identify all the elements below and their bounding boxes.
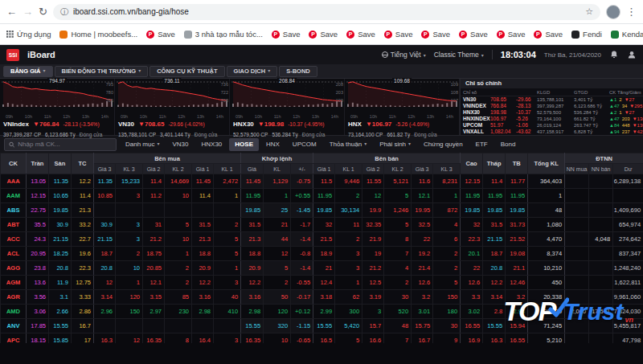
site-info-icon[interactable]: ⓘ [60,6,68,18]
index-gtgd: 3,401 Tỷ [574,96,609,103]
bookmark-6[interactable]: PSave [309,30,338,39]
nav-item-bien-dong-thi-truong[interactable]: BIẾN ĐỘNG THỊ TRƯỜNG▾ [55,66,149,77]
tab-hnx30[interactable]: HNX30 [196,138,228,151]
ticker-cell[interactable]: ANV [1,319,27,333]
ticker-cell[interactable]: AAM [1,189,27,203]
price-cell: 16.35 [143,333,165,344]
price-cell: 19.08 [506,247,528,261]
index-row-vnxall[interactable]: VNXALL1,082.04-43.62437,158,9176,828 Tỷ▲… [461,129,643,135]
chart-caption-meta: 52,579,500 CP536.284 TỷĐóng cửa [230,129,344,139]
forward-button[interactable]: → [23,6,33,17]
price-cell: 32 [313,218,335,232]
bookmark-14[interactable]: Kenda Tire | Corp... [611,30,643,39]
nav-item-cong-cu-ky-thuat[interactable]: CÔNG CỤ KỸ THUẬT [149,66,224,77]
search-input[interactable] [18,141,112,148]
price-cell: 2 [433,261,461,276]
bookmark-10[interactable]: PSave [459,30,488,39]
price-cell: 230 [165,305,192,319]
tab-chung-quyen[interactable]: Chứng quyền [418,138,469,151]
ticker-cell[interactable]: AGR [1,290,27,305]
price-cell: 5 [433,276,461,290]
chart-caption-meta: 397,399,287 CP6,123.686 TỷĐóng cửa [0,129,114,139]
price-cell [565,276,589,290]
browser-menu-icon[interactable]: ⋮ [626,6,637,18]
search-box[interactable] [4,138,117,151]
theme-selector[interactable]: Classic Theme ▾ [434,51,484,59]
tab-vn30[interactable]: VN30 [166,138,194,151]
chart-volume: 397,399,287 CP [3,132,41,137]
tab-danh-muc[interactable]: Danh mục▾ [120,138,165,151]
index-panel-col-label: KLGD [537,90,574,95]
index-row-vnindex[interactable]: VNINDEX766.84-28.13397,399,2876,123.686 … [461,103,643,109]
price-cell: 11.77 [506,174,528,189]
price-cell: +0.55 [291,189,313,203]
bookmark-12[interactable]: PSave [534,30,563,39]
bookmark-8[interactable]: PSave [384,30,413,39]
nav-item-s-bond[interactable]: S-BOND [279,66,317,77]
ticker-cell[interactable]: AGG [1,261,27,276]
tab-bond[interactable]: Bond [495,138,522,151]
bookmark-1[interactable]: Ứng dụng [6,30,51,39]
user-icon[interactable] [627,50,637,59]
price-cell: 11.5 [313,174,335,189]
tab-upcom[interactable]: UPCOM [287,138,322,151]
address-bar[interactable]: ⓘ iboard.ssi.com.vn/bang-gia/hose ☆ [53,4,600,20]
chart-volume: 73,164,100 CP [348,132,383,137]
tab-hnx[interactable]: HNX [260,138,285,151]
price-cell: 18.7 [94,247,116,261]
bookmark-7[interactable]: PSave [346,30,375,39]
nav-item-giao-dich[interactable]: GIAO DỊCH▾ [227,66,278,77]
chart-peak-label: 794.97 [47,78,67,84]
back-button[interactable]: ← [6,6,17,17]
table-subheader-cell: Giá [241,164,264,174]
table-row: ABT35.530.933.230.9331531.5231.521-1.732… [1,218,643,232]
chart-card-hnx[interactable]: 109.6810910810709h10h11h12h13h14hHNX▼106… [345,79,460,135]
chart-card-hnx30[interactable]: 208.8420820319909h10h11h12h13h14hHNX30▼1… [230,79,345,135]
bookmark-9[interactable]: PSave [421,30,450,39]
bookmark-4[interactable]: 3 nhà tạo mẫu tóc... [184,30,263,39]
index-row-upcom[interactable]: UPCOM51.97-1.0626,019,124263.747 Tỷ▲8444… [461,122,643,129]
ticker-cell[interactable]: AGM [1,276,27,290]
reload-button[interactable]: ↻ [39,6,47,17]
tab-phai-sinh[interactable]: Phái sinh▾ [374,138,416,151]
ticker-cell[interactable]: AMD [1,305,27,319]
tab-hose[interactable]: HOSE [229,138,259,151]
url-text[interactable]: iboard.ssi.com.vn/bang-gia/hose [73,7,580,16]
bookmark-11[interactable]: PSave [497,30,526,39]
language-selector[interactable]: Tiếng Việt ▾ [382,51,426,59]
ticker-cell[interactable]: APC [1,333,27,344]
chart-card-vnindex[interactable]: 794.9779578076509h10h11h12h13h14hVNIndex… [0,79,115,135]
index-row-hnx30[interactable]: HNX30198.98-10.3752,579,500536.284 Tỷ▲21… [461,109,643,116]
ticker-cell[interactable]: AAA [1,174,27,189]
bookmark-3[interactable]: PSave [146,30,175,39]
price-cell: -1.7 [291,218,313,232]
index-row-hnxindex[interactable]: HNXINDEX106.97-5.2673,164,100661.82 Tỷ▲4… [461,116,643,122]
bell-icon[interactable] [609,50,619,59]
price-cell: 10 [165,189,192,203]
bookmark-2[interactable]: Home | moobeefs... [59,30,137,39]
price-cell: 12.15 [27,189,49,203]
bookmark-star-icon[interactable]: ☆ [585,6,593,17]
price-cell [565,203,589,218]
nav-item-bang-gia[interactable]: BẢNG GIÁ▾ [3,66,53,77]
tab-etf[interactable]: ETF [470,138,494,151]
bookmark-5[interactable]: PSave [272,30,301,39]
table-subheader-cell: Giá 2 [362,164,384,174]
price-cell: 11.4 [192,189,214,203]
index-row-vn30[interactable]: VN30708.65-29.66135,788,1013,401 Tỷ▲12▼2… [461,96,643,103]
ticker-cell[interactable]: ACC [1,232,27,247]
ticker-cell[interactable]: ABT [1,218,27,232]
bookmark-13[interactable]: Fendi [571,30,602,39]
profile-avatar[interactable] [606,5,620,19]
ticker-cell[interactable]: ABS [1,203,27,218]
price-cell: 21 [313,261,335,276]
chevron-down-icon: ▾ [268,66,270,76]
tab-thoa-thuan[interactable]: Thỏa thuận▾ [324,138,373,151]
price-cell [589,290,613,305]
price-cell: 23.8 [27,261,49,276]
chart-card-vn30[interactable]: 736.1173672270809h10h11h12h13h14hVN30▼70… [115,79,230,135]
ticker-cell[interactable]: ACL [1,247,27,261]
price-cell: 12.1 [412,189,433,203]
price-cell: 3.18 [313,290,335,305]
price-cell [613,189,643,203]
